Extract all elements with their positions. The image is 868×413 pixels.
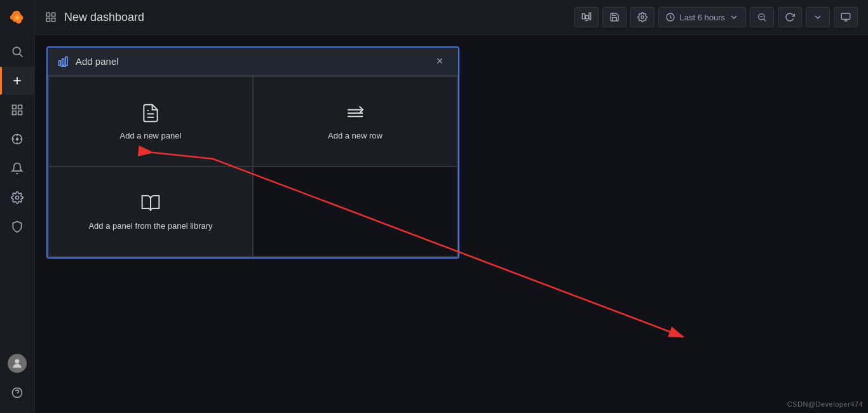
svg-rect-20 bbox=[46, 13, 50, 16]
main-content: New dashboard bbox=[35, 0, 868, 413]
topbar: New dashboard bbox=[35, 0, 868, 35]
display-button[interactable] bbox=[834, 7, 858, 27]
sidebar-item-help[interactable] bbox=[0, 379, 35, 407]
add-panel-icon bbox=[581, 12, 592, 22]
new-panel-icon bbox=[140, 103, 161, 123]
add-panel-button[interactable] bbox=[574, 7, 599, 27]
svg-rect-34 bbox=[841, 13, 850, 19]
dialog-title: Add panel bbox=[76, 56, 425, 67]
refresh-dropdown-button[interactable] bbox=[806, 7, 830, 27]
grid-icon bbox=[45, 11, 57, 23]
zoom-out-icon bbox=[757, 12, 767, 22]
svg-rect-8 bbox=[13, 111, 17, 115]
sidebar-item-new[interactable] bbox=[0, 67, 35, 95]
sidebar-nav bbox=[0, 35, 34, 349]
dialog-header: Add panel × bbox=[48, 48, 458, 76]
add-panel-dialog: Add panel × bbox=[46, 46, 459, 259]
topbar-actions: Last 6 hours bbox=[574, 7, 858, 27]
svg-rect-39 bbox=[65, 57, 67, 65]
shield-icon bbox=[11, 220, 24, 233]
sidebar-item-explore[interactable] bbox=[0, 125, 35, 153]
dialog-close-button[interactable]: × bbox=[431, 53, 448, 70]
sidebar-item-alerting[interactable] bbox=[0, 154, 35, 182]
svg-point-2 bbox=[13, 47, 20, 55]
svg-rect-38 bbox=[62, 58, 64, 65]
svg-rect-24 bbox=[583, 14, 585, 19]
add-new-row-label: Add a new row bbox=[328, 131, 383, 140]
add-from-library-option[interactable]: Add a panel from the panel library bbox=[49, 167, 252, 256]
add-new-panel-option[interactable]: Add a new panel bbox=[49, 77, 252, 166]
svg-rect-7 bbox=[18, 105, 22, 109]
svg-rect-22 bbox=[46, 18, 50, 22]
dialog-body: Add a new panel Add a new row bbox=[48, 76, 458, 257]
svg-marker-11 bbox=[16, 137, 19, 142]
svg-point-29 bbox=[641, 16, 644, 18]
save-icon bbox=[609, 12, 620, 22]
svg-rect-37 bbox=[59, 60, 61, 65]
question-icon bbox=[11, 386, 24, 399]
plus-icon bbox=[11, 74, 24, 87]
svg-rect-6 bbox=[13, 105, 17, 109]
chevron-down-icon bbox=[813, 12, 823, 22]
svg-line-32 bbox=[764, 19, 766, 21]
zoom-out-button[interactable] bbox=[750, 7, 774, 27]
save-button[interactable] bbox=[602, 7, 627, 27]
dialog-header-icon bbox=[58, 56, 69, 67]
svg-line-3 bbox=[20, 54, 23, 57]
add-from-library-label: Add a panel from the panel library bbox=[88, 221, 212, 231]
avatar bbox=[8, 354, 27, 373]
sidebar-bottom bbox=[0, 349, 34, 413]
explore-icon bbox=[11, 133, 24, 146]
svg-rect-23 bbox=[52, 18, 55, 22]
svg-point-16 bbox=[16, 196, 19, 200]
refresh-icon bbox=[785, 12, 795, 22]
svg-rect-9 bbox=[18, 111, 22, 115]
svg-point-17 bbox=[15, 359, 20, 363]
clock-icon bbox=[665, 12, 675, 22]
sidebar-item-avatar[interactable] bbox=[0, 349, 35, 377]
settings-icon bbox=[637, 12, 648, 22]
add-new-panel-label: Add a new panel bbox=[120, 131, 182, 140]
page-title: New dashboard bbox=[64, 11, 569, 24]
svg-point-1 bbox=[16, 16, 18, 18]
add-new-row-option[interactable]: Add a new row bbox=[254, 77, 457, 166]
chevron-down-icon bbox=[729, 12, 739, 22]
app-logo[interactable] bbox=[0, 0, 35, 35]
svg-rect-26 bbox=[589, 13, 591, 20]
display-icon bbox=[841, 12, 851, 22]
watermark: CSDN@Developer474 bbox=[787, 400, 863, 408]
svg-rect-25 bbox=[586, 15, 588, 18]
dashboard-area: Add panel × bbox=[35, 35, 868, 413]
gear-icon bbox=[11, 191, 24, 204]
new-row-icon bbox=[345, 103, 365, 123]
empty-panel-slot bbox=[254, 167, 457, 256]
sidebar-item-search[interactable] bbox=[0, 37, 35, 65]
refresh-button[interactable] bbox=[778, 7, 802, 27]
svg-rect-21 bbox=[52, 13, 55, 16]
sidebar bbox=[0, 0, 35, 413]
time-range-label: Last 6 hours bbox=[679, 13, 725, 22]
search-icon bbox=[11, 45, 24, 58]
dashboards-icon bbox=[11, 104, 24, 116]
library-icon bbox=[140, 193, 161, 213]
sidebar-item-dashboards[interactable] bbox=[0, 96, 35, 124]
settings-button[interactable] bbox=[630, 7, 654, 27]
sidebar-item-configuration[interactable] bbox=[0, 184, 35, 212]
bell-icon bbox=[11, 162, 24, 175]
time-range-button[interactable]: Last 6 hours bbox=[658, 7, 746, 27]
sidebar-item-admin[interactable] bbox=[0, 213, 35, 241]
